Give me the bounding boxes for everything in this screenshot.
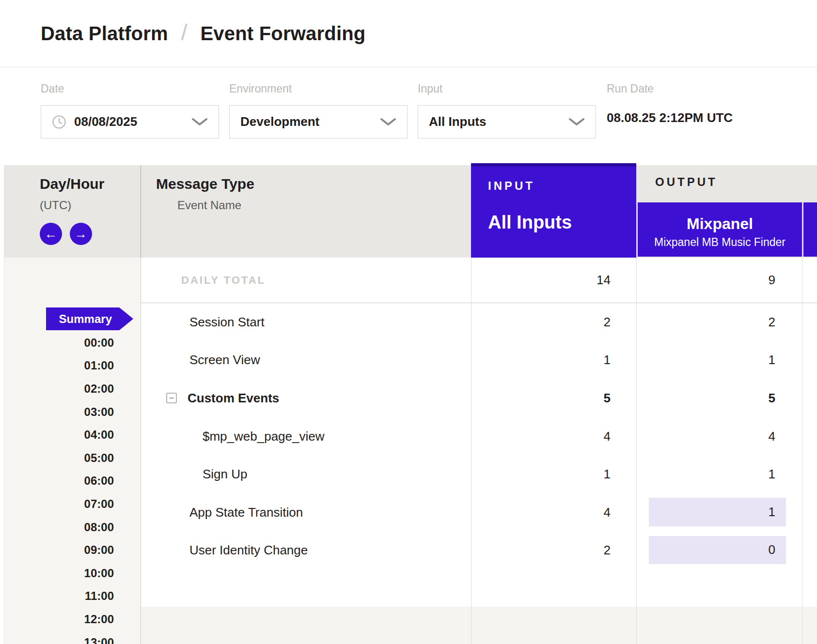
daily-total-input-value: 14 (471, 258, 636, 303)
message-rows: Session Start 2 2 Screen View 1 1 − Cust… (141, 303, 817, 569)
hour-list: 00:00 01:00 02:00 03:00 04:00 05:00 06:0… (0, 331, 114, 644)
divider (141, 165, 141, 258)
input-select-value: All Inputs (429, 114, 486, 129)
input-select[interactable]: All Inputs (418, 105, 596, 138)
row-label: Custom Events (188, 391, 279, 406)
table-row-session-start: Session Start 2 2 (141, 303, 817, 341)
row-input-value: 1 (471, 341, 636, 380)
table-row-mp-web-page-view: $mp_web_page_view 4 4 (141, 417, 817, 456)
table-row-screen-view: Screen View 1 1 (141, 341, 817, 380)
day-hour-header-subtitle: (UTC) (40, 199, 71, 212)
summary-tab[interactable]: Summary (46, 307, 133, 330)
hour-slot-03[interactable]: 03:00 (0, 400, 114, 424)
date-filter-label: Date (41, 82, 219, 95)
run-date-value: 08.08.25 2:12PM UTC (607, 110, 733, 125)
highlighted-output-value: 0 (649, 536, 786, 565)
row-label-group: − Custom Events (141, 379, 471, 417)
row-output-value: 5 (636, 379, 802, 417)
hour-slot-13[interactable]: 13:00 (0, 631, 114, 644)
hour-slot-01[interactable]: 01:00 (0, 354, 114, 378)
environment-filter-label: Environment (229, 82, 408, 95)
divider (141, 258, 141, 644)
breadcrumb-section-link[interactable]: Data Platform (41, 23, 168, 45)
page-edge-seam (0, 165, 4, 644)
hour-slot-07[interactable]: 07:00 (0, 492, 114, 516)
breadcrumb: Data Platform / Event Forwarding (0, 0, 817, 67)
arrow-right-icon: → (75, 228, 87, 240)
row-output-cell: 1 (636, 493, 802, 532)
row-input-value: 4 (471, 417, 636, 456)
input-column-title: All Inputs (488, 212, 636, 233)
divider (802, 258, 802, 644)
message-type-header-subtitle: Event Name (177, 199, 241, 212)
row-output-value: 4 (636, 417, 802, 456)
date-select[interactable]: 08/08/2025 (41, 105, 219, 138)
output-column-header-partial[interactable] (803, 202, 817, 257)
hour-column: Summary 00:00 01:00 02:00 03:00 04:00 05… (0, 258, 141, 644)
page-title: Event Forwarding (200, 23, 365, 45)
table-row-app-state-transition: App State Transition 4 1 (141, 493, 817, 532)
minus-icon: − (169, 393, 174, 403)
table-footer-band (141, 607, 817, 644)
row-output-value: 1 (636, 455, 802, 493)
row-label: User Identity Change (141, 532, 471, 570)
table-header: Day/Hour (UTC) ← → Message Type Event Na… (0, 165, 817, 258)
day-hour-header-title: Day/Hour (40, 176, 104, 192)
hour-slot-08[interactable]: 08:00 (0, 516, 114, 539)
chevron-down-icon (191, 118, 208, 126)
hour-slot-06[interactable]: 06:00 (0, 470, 114, 493)
hour-slot-09[interactable]: 09:00 (0, 538, 114, 562)
message-type-header-title: Message Type (156, 176, 254, 192)
date-filter: Date 08/08/2025 (41, 82, 219, 138)
table-row-custom-events: − Custom Events 5 5 (141, 379, 817, 417)
filter-bar: Date 08/08/2025 Environment (0, 67, 817, 165)
environment-select[interactable]: Development (229, 105, 408, 138)
daily-total-row: DAILY TOTAL 14 9 (141, 258, 817, 303)
hour-slot-12[interactable]: 12:00 (0, 608, 114, 631)
row-output-value: 2 (636, 303, 802, 341)
highlighted-output-value: 1 (649, 498, 786, 526)
row-output-cell: 0 (636, 532, 802, 570)
row-input-value: 1 (471, 455, 636, 493)
arrow-left-icon: ← (45, 228, 57, 240)
table-row-user-identity-change: User Identity Change 2 0 (141, 532, 817, 570)
row-input-value: 2 (471, 532, 636, 570)
input-filter-label: Input (418, 82, 596, 95)
input-column-header[interactable]: INPUT All Inputs (471, 163, 636, 258)
hour-slot-04[interactable]: 04:00 (0, 423, 114, 446)
output-column-title: Mixpanel (638, 215, 802, 233)
input-column-eyebrow: INPUT (488, 179, 636, 193)
input-filter: Input All Inputs (418, 82, 596, 138)
row-label: $mp_web_page_view (141, 417, 471, 456)
row-output-value: 1 (636, 341, 802, 380)
hour-slot-10[interactable]: 10:00 (0, 562, 114, 585)
output-section-eyebrow: OUTPUT (655, 175, 718, 189)
day-nav: ← → (40, 223, 92, 245)
next-day-button[interactable]: → (70, 223, 92, 245)
environment-filter: Environment Development (229, 82, 408, 138)
hour-slot-02[interactable]: 02:00 (0, 377, 114, 400)
chevron-down-icon (568, 118, 585, 126)
row-input-value: 4 (471, 493, 636, 532)
row-input-value: 5 (471, 379, 636, 417)
chevron-down-icon (380, 118, 396, 126)
output-column-subtitle: Mixpanel MB Music Finder (638, 236, 802, 249)
previous-day-button[interactable]: ← (40, 223, 62, 245)
daily-total-label: DAILY TOTAL (141, 258, 471, 303)
output-column-header[interactable]: Mixpanel Mixpanel MB Music Finder (638, 202, 802, 257)
row-label: Sign Up (141, 455, 471, 493)
hour-slot-05[interactable]: 05:00 (0, 446, 114, 470)
run-date: Run Date 08.08.25 2:12PM UTC (607, 82, 733, 125)
hour-slot-11[interactable]: 11:00 (0, 585, 114, 608)
collapse-toggle[interactable]: − (166, 393, 177, 403)
clock-icon (52, 115, 66, 129)
divider (636, 258, 637, 644)
row-label: App State Transition (141, 493, 471, 532)
run-date-label: Run Date (607, 82, 733, 95)
daily-total-output-value: 9 (636, 258, 802, 303)
hour-slot-00[interactable]: 00:00 (0, 331, 114, 354)
breadcrumb-separator: / (181, 19, 188, 46)
row-label: Session Start (141, 303, 471, 341)
row-input-value: 2 (471, 303, 636, 341)
row-label: Screen View (141, 341, 471, 380)
